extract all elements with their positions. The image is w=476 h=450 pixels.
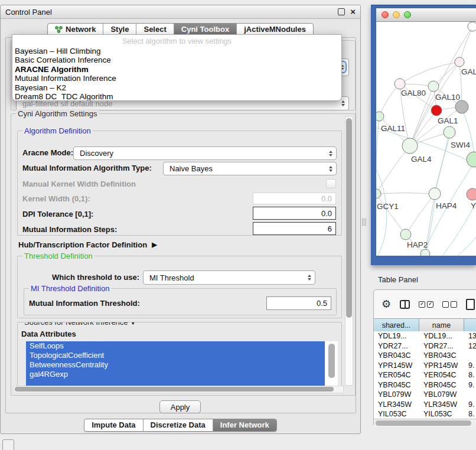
algorithm-option[interactable]: Dream8 DC_TDC Algorithm bbox=[12, 92, 341, 101]
node-gal80[interactable] bbox=[395, 79, 405, 89]
float-icon[interactable] bbox=[338, 8, 345, 15]
select-all-icon[interactable]: ✓✓ bbox=[419, 301, 433, 308]
aracne-mode-label: Aracne Mode: bbox=[22, 148, 73, 158]
bottom-tab-infer-network[interactable]: Infer Network bbox=[213, 419, 276, 431]
algorithm-option[interactable]: Bayesian – Hill Climbing bbox=[12, 47, 341, 56]
network-edge[interactable] bbox=[379, 84, 400, 116]
algorithm-option[interactable]: ARACNE Algorithm bbox=[12, 65, 341, 74]
table-row[interactable]: YIL053CYIL053C8. bbox=[374, 409, 476, 419]
algorithm-option[interactable]: Mutual Information Inference bbox=[12, 74, 341, 83]
table-row[interactable]: YDL19...YDL19...13 bbox=[374, 331, 476, 341]
network-edge[interactable] bbox=[400, 62, 459, 84]
kernel-width-field[interactable]: 0.0 bbox=[253, 193, 336, 204]
aracne-mode-combo[interactable]: Discovery bbox=[73, 146, 337, 160]
data-attribute-item[interactable]: SelfLoops bbox=[26, 341, 325, 351]
which-threshold-combo[interactable]: MI Threshold bbox=[143, 270, 315, 285]
manual-kernel-label: Manual Kernel Width Definition bbox=[22, 180, 136, 189]
table-row[interactable]: YPR145WYPR145W9. bbox=[374, 361, 476, 371]
vertical-scrollbar-thumb[interactable] bbox=[346, 118, 352, 318]
column-header[interactable]: name bbox=[419, 319, 464, 332]
node-y-cut[interactable] bbox=[467, 188, 476, 200]
node-gal11[interactable] bbox=[376, 112, 384, 121]
node-swi4[interactable] bbox=[444, 126, 455, 138]
close-icon[interactable]: × bbox=[350, 9, 356, 15]
table-cell: YDR27... bbox=[374, 342, 419, 350]
column-header[interactable]: shared... bbox=[374, 319, 419, 332]
node-gal10[interactable] bbox=[428, 81, 439, 92]
table-row[interactable]: YDR27...YDR27...12 bbox=[374, 341, 476, 351]
tab-style[interactable]: Style bbox=[103, 24, 136, 35]
mi-type-combo[interactable]: Naive Bayes bbox=[163, 162, 337, 175]
table-row[interactable]: YBR045CYBR045C9. bbox=[374, 380, 476, 390]
expanded-arrow-icon[interactable]: ▼ bbox=[130, 322, 136, 326]
network-edge[interactable] bbox=[376, 194, 406, 234]
node-hap4[interactable] bbox=[429, 188, 441, 200]
bottom-tab-impute-data[interactable]: Impute Data bbox=[84, 419, 142, 431]
algorithm-option[interactable]: Bayesian – K2 bbox=[12, 83, 341, 92]
network-edge[interactable] bbox=[410, 27, 472, 146]
zoom-traffic-light-icon[interactable] bbox=[404, 11, 411, 18]
horizontal-scrollbar-thumb[interactable] bbox=[15, 387, 334, 392]
node-gal1[interactable] bbox=[431, 105, 442, 116]
column-header[interactable] bbox=[464, 319, 476, 332]
table-row[interactable]: YLR345WYLR345W9. bbox=[374, 400, 476, 410]
split-columns-icon[interactable] bbox=[400, 300, 410, 309]
table-horizontal-scrollbar[interactable] bbox=[374, 419, 476, 427]
data-attribute-item[interactable]: TopologicalCoefficient bbox=[26, 351, 325, 360]
sources-group-title: Sources for Network Inference ▼ bbox=[22, 322, 138, 327]
dpi-tolerance-field[interactable]: 0.0 bbox=[253, 207, 336, 220]
network-edge[interactable] bbox=[376, 193, 435, 194]
apply-button[interactable]: Apply bbox=[159, 400, 201, 413]
data-attribute-item[interactable]: gal4RGexp bbox=[26, 370, 325, 379]
mi-steps-field[interactable]: 6 bbox=[253, 222, 336, 235]
minimized-panel-icon[interactable] bbox=[2, 439, 14, 450]
network-canvas[interactable]: GALGAL80GAL10GAL1SWI4GAL11GAL4GCY1HAP4YH… bbox=[376, 22, 476, 256]
table-cell: 13 bbox=[464, 332, 476, 340]
settings-horizontal-scrollbar[interactable] bbox=[13, 386, 344, 393]
table-cell: YBR043C bbox=[419, 351, 464, 360]
splitter-handle[interactable] bbox=[362, 219, 366, 226]
data-attribute-item[interactable]: BetweennessCentrality bbox=[26, 360, 325, 370]
node-big-green[interactable] bbox=[467, 152, 476, 167]
network-graph[interactable]: GALGAL80GAL10GAL1SWI4GAL11GAL4GCY1HAP4YH… bbox=[376, 22, 476, 256]
algorithm-option[interactable]: Basic Correlation Inference bbox=[12, 56, 341, 64]
threshold-definition-title: Threshold Definition bbox=[22, 252, 94, 260]
node-gray[interactable] bbox=[455, 100, 468, 113]
tab-jactivemnodules[interactable]: jActiveMNodules bbox=[236, 24, 313, 35]
cyni-toolbox-tab-content: gal-filtered sif default node Select alg… bbox=[5, 37, 356, 413]
network-view-window[interactable]: GALGAL80GAL10GAL1SWI4GAL11GAL4GCY1HAP4YH… bbox=[371, 5, 476, 265]
settings-gear-icon[interactable]: ⚙ bbox=[382, 299, 391, 309]
manual-kernel-checkbox[interactable] bbox=[326, 179, 336, 188]
node-gal4[interactable] bbox=[402, 138, 418, 154]
table-row[interactable]: YER054CYER054C8. bbox=[374, 370, 476, 380]
network-edge-highlighted[interactable] bbox=[435, 138, 449, 190]
node-gcy1[interactable] bbox=[376, 189, 381, 198]
combo-spinner-icon bbox=[308, 271, 311, 284]
bottom-tab-discretize-data[interactable]: Discretize Data bbox=[143, 419, 213, 431]
tab-select[interactable]: Select bbox=[136, 24, 173, 35]
network-edge[interactable] bbox=[406, 194, 435, 234]
deselect-all-icon[interactable] bbox=[442, 301, 457, 308]
table-row[interactable]: YBL079WYBL079W bbox=[374, 390, 476, 400]
hub-transcription-section-toggle[interactable]: Hub/Transcription Factor Definition ▶ bbox=[18, 240, 157, 249]
data-attributes-list[interactable]: SelfLoopsTopologicalCoefficientBetweenne… bbox=[26, 341, 338, 387]
minimize-traffic-light-icon[interactable] bbox=[393, 11, 400, 18]
node-bottom[interactable] bbox=[420, 249, 430, 256]
mi-threshold-field[interactable]: 0.5 bbox=[266, 296, 331, 310]
settings-vertical-scrollbar[interactable] bbox=[345, 116, 353, 386]
tab-cyni-toolbox[interactable]: Cyni Toolbox bbox=[174, 24, 236, 35]
page-icon[interactable] bbox=[466, 299, 475, 310]
table-row[interactable]: YBR043CYBR043C bbox=[374, 351, 476, 361]
node-label: HAP2 bbox=[407, 240, 428, 249]
table-panel-title: Table Panel bbox=[378, 275, 418, 284]
list-scrollbar-thumb[interactable] bbox=[328, 344, 335, 378]
node-gal-cut[interactable] bbox=[455, 57, 464, 67]
network-edge-highlighted[interactable] bbox=[421, 165, 472, 256]
node-top[interactable] bbox=[468, 22, 476, 31]
node-hap2[interactable] bbox=[400, 229, 411, 240]
close-traffic-light-icon[interactable] bbox=[382, 11, 389, 18]
network-edge[interactable] bbox=[376, 146, 410, 194]
tab-network[interactable]: Network bbox=[48, 24, 103, 35]
network-edge-highlighted[interactable] bbox=[433, 232, 476, 256]
table-scrollbar-thumb[interactable] bbox=[376, 420, 471, 426]
